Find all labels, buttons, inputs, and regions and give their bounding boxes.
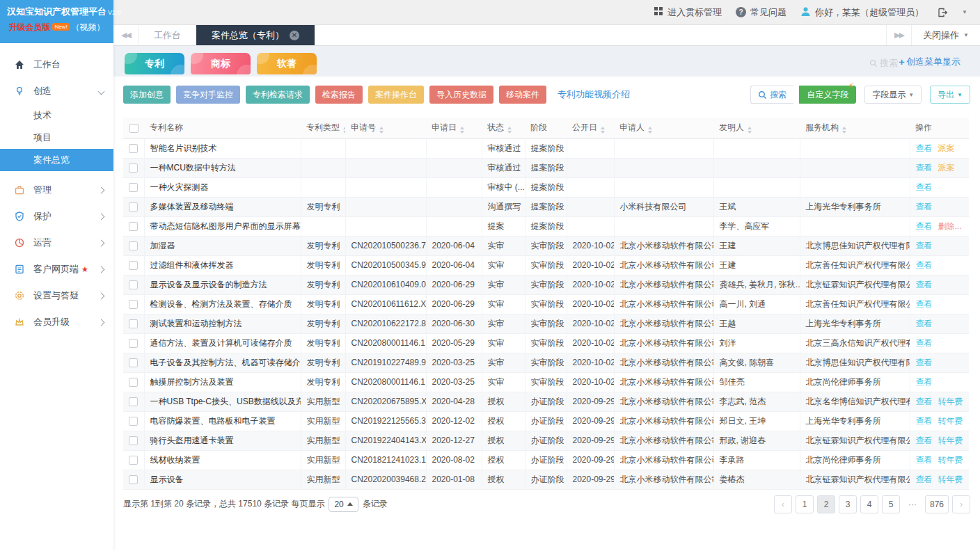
create-menu-display-link[interactable]: ＋创造菜单显示 — [897, 56, 961, 68]
view-action-link[interactable]: 查看 — [916, 455, 933, 465]
sidebar-item-protection[interactable]: 保护 — [0, 203, 113, 230]
column-header-6[interactable]: 公开日 — [567, 118, 614, 138]
search-button[interactable]: 搜索 — [750, 86, 793, 104]
sort-icon[interactable] — [648, 127, 652, 134]
view-action-link[interactable]: 查看 — [916, 319, 933, 328]
next-page-button[interactable]: › — [952, 495, 970, 513]
row-checkbox[interactable] — [129, 319, 138, 328]
row-checkbox[interactable] — [129, 261, 138, 270]
row-checkbox[interactable] — [129, 202, 138, 211]
category-tab-trademark[interactable]: 商标 — [191, 53, 251, 74]
view-action-link[interactable]: 查看 — [916, 241, 933, 250]
category-tab-software[interactable]: 软著 — [257, 53, 317, 74]
column-header-4[interactable]: 状态 — [482, 118, 525, 138]
view-action-link[interactable]: 查看 — [916, 397, 933, 406]
annuity-action-link[interactable]: 转年费 — [938, 455, 963, 465]
video-label[interactable]: （视频） — [72, 22, 105, 32]
sidebar-item-workbench[interactable]: 工作台 — [0, 51, 113, 78]
page-button-876[interactable]: 876 — [925, 495, 949, 513]
view-action-link[interactable]: 查看 — [916, 416, 933, 426]
row-checkbox[interactable] — [129, 241, 138, 250]
page-button-2[interactable]: 2 — [817, 495, 835, 513]
benchmark-management-link[interactable]: 进入贯标管理 — [654, 6, 722, 19]
page-button-4[interactable]: 4 — [860, 495, 878, 513]
column-header-9[interactable]: 服务机构 — [800, 118, 910, 138]
sort-icon[interactable] — [460, 127, 464, 134]
view-action-link[interactable]: 查看 — [916, 202, 933, 211]
faq-link[interactable]: ? 常见问题 — [736, 6, 787, 19]
user-account[interactable]: 你好，某某（超级管理员） — [800, 6, 924, 19]
view-action-link[interactable]: 查看 — [916, 474, 933, 484]
annuity-action-link[interactable]: 转年费 — [938, 397, 963, 406]
case-console-button[interactable]: 案件操作台 — [368, 86, 424, 104]
custom-fields-button[interactable]: 自定义字段 ⚡ — [799, 86, 856, 104]
column-header-2[interactable]: 申请号 — [345, 118, 426, 138]
page-button-3[interactable]: 3 — [839, 495, 857, 513]
logout-icon[interactable] — [938, 8, 948, 17]
view-action-link[interactable]: 查看 — [916, 377, 933, 387]
row-checkbox[interactable] — [129, 300, 138, 309]
patent-video-intro-link[interactable]: 专利功能视频介绍 — [558, 88, 630, 101]
column-header-3[interactable]: 申请日 — [426, 118, 482, 138]
move-case-button[interactable]: 移动案件 — [499, 86, 546, 104]
view-action-link[interactable]: 查看 — [916, 143, 933, 153]
row-checkbox[interactable] — [129, 144, 138, 153]
sidebar-item-member-upgrade[interactable]: 会员升级 — [0, 309, 113, 335]
assign-action-link[interactable]: 派案 — [938, 163, 955, 173]
row-checkbox[interactable] — [129, 397, 138, 406]
sidebar-item-management[interactable]: 管理 — [0, 177, 113, 203]
sidebar-item-operations[interactable]: 运营 — [0, 230, 113, 256]
row-checkbox[interactable] — [129, 280, 138, 289]
page-button-5[interactable]: 5 — [882, 495, 900, 513]
annuity-action-link[interactable]: 转年费 — [938, 416, 963, 426]
column-header-8[interactable]: 发明人 — [713, 118, 800, 138]
patent-search-request-button[interactable]: 专利检索请求 — [246, 86, 310, 104]
sidebar-item-creation[interactable]: 创造 — [0, 78, 113, 104]
export-dropdown[interactable]: 导出 ▼ — [930, 86, 970, 104]
annuity-action-link[interactable]: 转年费 — [938, 474, 963, 484]
column-header-1[interactable]: 专利类型 — [301, 118, 345, 138]
view-action-link[interactable]: 查看 — [916, 221, 933, 231]
assign-action-link[interactable]: 派案 — [938, 143, 955, 153]
sort-icon[interactable] — [748, 127, 752, 134]
sidebar-item-project[interactable]: 项目 — [0, 127, 113, 149]
field-display-dropdown[interactable]: 字段显示 ▼ — [864, 86, 922, 104]
row-checkbox[interactable] — [129, 456, 138, 465]
page-size-select[interactable]: 20 — [329, 497, 358, 512]
competitor-monitor-button[interactable]: 竞争对手监控 — [176, 86, 240, 104]
annuity-action-link[interactable]: 转年费 — [938, 436, 963, 445]
tab-case-overview-patent[interactable]: 案件总览（专利） ✕ — [196, 25, 315, 45]
view-action-link[interactable]: 查看 — [916, 436, 933, 445]
sort-icon[interactable] — [507, 127, 512, 134]
view-action-link[interactable]: 查看 — [916, 163, 933, 173]
sidebar-item-technology[interactable]: 技术 — [0, 104, 113, 127]
view-action-link[interactable]: 查看 — [916, 358, 933, 367]
tab-workbench[interactable]: 工作台 — [139, 25, 196, 45]
add-idea-button[interactable]: 添加创意 — [123, 86, 171, 104]
row-checkbox[interactable] — [129, 358, 138, 367]
row-checkbox[interactable] — [129, 163, 138, 173]
search-report-button[interactable]: 检索报告 — [315, 86, 363, 104]
scroll-tabs-right-icon[interactable]: ▶▶ — [886, 25, 911, 45]
sidebar-item-case-overview[interactable]: 案件总览 — [0, 149, 113, 171]
row-checkbox[interactable] — [129, 222, 138, 231]
prev-page-button[interactable]: ‹ — [774, 495, 792, 513]
row-checkbox[interactable] — [129, 378, 138, 387]
category-tab-patent[interactable]: 专利 — [125, 53, 184, 74]
close-tab-icon[interactable]: ✕ — [290, 31, 299, 40]
column-header-7[interactable]: 申请人 — [614, 118, 713, 138]
sort-icon[interactable] — [842, 127, 846, 134]
sidebar-item-client-web[interactable]: 客户网页端★ — [0, 256, 113, 282]
row-checkbox[interactable] — [129, 339, 138, 348]
sort-icon[interactable] — [379, 127, 384, 134]
row-checkbox[interactable] — [129, 417, 138, 426]
view-action-link[interactable]: 查看 — [916, 182, 933, 192]
view-action-link[interactable]: 查看 — [916, 260, 933, 270]
import-history-button[interactable]: 导入历史数据 — [429, 86, 493, 104]
view-action-link[interactable]: 查看 — [916, 338, 933, 348]
view-action-link[interactable]: 查看 — [916, 280, 933, 289]
close-operations-dropdown[interactable]: 关闭操作 ▼ — [911, 25, 980, 45]
scroll-tabs-left-icon[interactable]: ◀◀ — [113, 25, 139, 45]
upgrade-member-link[interactable]: 升级会员版 — [8, 22, 50, 32]
sort-icon[interactable] — [343, 127, 345, 134]
